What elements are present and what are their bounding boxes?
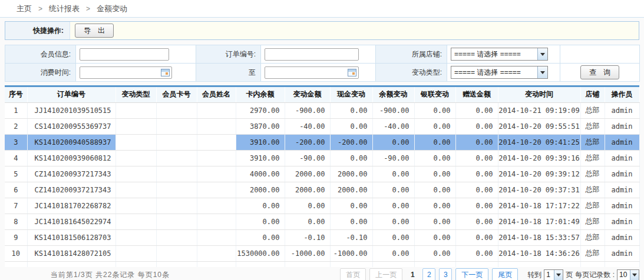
cell: 2014-10-20 09:41:25 bbox=[498, 134, 580, 150]
cell bbox=[197, 118, 236, 134]
table-row[interactable]: 8JC14101816450229740.000.000.000.000.000… bbox=[5, 214, 639, 229]
cell: 0.00 bbox=[455, 245, 498, 261]
calendar-icon[interactable] bbox=[161, 69, 170, 76]
cell bbox=[115, 214, 156, 229]
cell: 0.00 bbox=[372, 198, 414, 214]
cell: 0.00 bbox=[372, 245, 414, 261]
table-row[interactable]: 5CZ14102009372173434000.002000.002000.00… bbox=[5, 166, 639, 182]
table-row[interactable]: 2CS14102009553697373870.00-40.000.00-40.… bbox=[5, 118, 639, 134]
change-type-label: 变动类型: bbox=[376, 64, 447, 82]
table-row[interactable]: 10KS14101814280721051530000.00-1000.00-1… bbox=[5, 245, 639, 261]
cell bbox=[156, 150, 197, 166]
last-page-button[interactable]: 尾页 bbox=[492, 268, 518, 280]
first-page-button[interactable]: 首页 bbox=[340, 268, 366, 280]
cell: 1530000.00 bbox=[236, 245, 285, 261]
column-header-4: 会员卡号 bbox=[156, 87, 197, 102]
cell bbox=[115, 134, 156, 150]
cell: 3910.00 bbox=[236, 150, 285, 166]
cell: 0.00 bbox=[285, 198, 330, 214]
cell: -900.00 bbox=[285, 102, 330, 118]
cell: 0.00 bbox=[330, 214, 372, 229]
cell: admin bbox=[605, 166, 639, 182]
cell: 2014-10-20 09:55:51 bbox=[498, 118, 580, 134]
query-button[interactable]: 查 询 bbox=[580, 65, 619, 79]
cell: 总部 bbox=[580, 198, 605, 214]
cell: 2000.00 bbox=[285, 166, 330, 182]
cell: 0.00 bbox=[455, 214, 498, 229]
cell: admin bbox=[605, 198, 639, 214]
page-number-3[interactable]: 3 bbox=[439, 268, 452, 280]
goto-page-select[interactable]: 1 bbox=[544, 269, 563, 280]
dropdown-arrow-icon bbox=[537, 66, 547, 78]
cell bbox=[115, 198, 156, 214]
cell: admin bbox=[605, 150, 639, 166]
end-date-input[interactable] bbox=[265, 66, 359, 79]
breadcrumb-reports[interactable]: 统计报表 bbox=[49, 4, 80, 14]
cell: JJ1410201039510515 bbox=[27, 102, 115, 118]
cell: 2014-10-20 09:39:16 bbox=[498, 150, 580, 166]
goto-suffix-label: 页 bbox=[566, 270, 573, 280]
cell bbox=[156, 102, 197, 118]
cell bbox=[115, 182, 156, 198]
cell: 0.00 bbox=[236, 214, 285, 229]
page-size-select[interactable]: 10 bbox=[617, 269, 639, 280]
cell bbox=[115, 118, 156, 134]
cell: 7 bbox=[5, 198, 27, 214]
cell bbox=[115, 166, 156, 182]
cell: 0.00 bbox=[414, 134, 455, 150]
store-select[interactable]: ===== 请选择 ===== bbox=[451, 48, 548, 61]
cell: 0.00 bbox=[414, 214, 455, 229]
calendar-icon[interactable] bbox=[348, 69, 356, 76]
table-row[interactable]: 9KS14101815061287030.00-0.10-0.100.000.0… bbox=[5, 229, 639, 245]
cell: -0.10 bbox=[285, 229, 330, 245]
dropdown-arrow-icon bbox=[630, 270, 639, 280]
cell: 0.00 bbox=[236, 198, 285, 214]
cell bbox=[197, 214, 236, 229]
cell bbox=[115, 102, 156, 118]
cell: 0.00 bbox=[330, 102, 372, 118]
column-header-3: 变动类型 bbox=[115, 87, 156, 102]
cell: 9 bbox=[5, 229, 27, 245]
breadcrumb-separator: > bbox=[86, 5, 90, 13]
table-row[interactable]: 3KS14102009405889373910.00-200.00-200.00… bbox=[5, 134, 639, 150]
table-row[interactable]: 4KS14102009390608123910.00-90.000.00-90.… bbox=[5, 150, 639, 166]
column-header-1: 序号 bbox=[5, 87, 27, 102]
breadcrumb-home[interactable]: 主页 bbox=[16, 4, 32, 14]
cell: 2014-10-20 09:37:31 bbox=[498, 182, 580, 198]
cell: admin bbox=[605, 229, 639, 245]
cell: 0.00 bbox=[285, 214, 330, 229]
cell: 5 bbox=[5, 166, 27, 182]
cell bbox=[197, 182, 236, 198]
change-type-select-value: ===== 请选择 ===== bbox=[451, 68, 537, 78]
cell: 2014-10-20 09:39:12 bbox=[498, 166, 580, 182]
cell: 总部 bbox=[580, 150, 605, 166]
column-header-10: 银联变动 bbox=[414, 87, 455, 102]
table-row[interactable]: 7JC14101817022687820.000.000.000.000.000… bbox=[5, 198, 639, 214]
record-summary: 当前第1/3页 共22条记录 每页10条 bbox=[5, 270, 170, 280]
table-row[interactable]: 6CZ14102009372173432000.002000.002000.00… bbox=[5, 182, 639, 198]
cell: 总部 bbox=[580, 166, 605, 182]
cell: admin bbox=[605, 214, 639, 229]
quick-operations-bar: 快捷操作: 导 出 bbox=[5, 21, 639, 40]
cell: 2970.00 bbox=[236, 102, 285, 118]
change-type-select[interactable]: ===== 请选择 ===== bbox=[451, 66, 548, 79]
order-no-input[interactable] bbox=[265, 48, 359, 61]
cell: KS1410181506128703 bbox=[27, 229, 115, 245]
next-page-button[interactable]: 下一页 bbox=[455, 268, 488, 280]
cell bbox=[156, 182, 197, 198]
order-no-label: 订单编号: bbox=[196, 45, 261, 64]
footer: 当前第1/3页 共22条记录 每页10条 首页 上一页 1 2 3 下一页 尾页… bbox=[5, 267, 639, 280]
table-row[interactable]: 1JJ14102010395105152970.00-900.000.00-90… bbox=[5, 102, 639, 118]
export-button[interactable]: 导 出 bbox=[75, 24, 114, 38]
cell: 总部 bbox=[580, 245, 605, 261]
cell: 2014-10-18 14:36:26 bbox=[498, 245, 580, 261]
cell: 总部 bbox=[580, 118, 605, 134]
cell bbox=[197, 102, 236, 118]
column-header-8: 现金变动 bbox=[330, 87, 372, 102]
prev-page-button[interactable]: 上一页 bbox=[369, 268, 402, 280]
cell: 6 bbox=[5, 182, 27, 198]
data-table: 序号订单编号变动类型会员卡号会员姓名卡内余额变动金额现金变动余额变动银联变动赠送… bbox=[5, 85, 639, 267]
start-date-input[interactable] bbox=[80, 66, 172, 79]
page-number-2[interactable]: 2 bbox=[422, 268, 435, 280]
member-info-input[interactable] bbox=[80, 48, 169, 61]
